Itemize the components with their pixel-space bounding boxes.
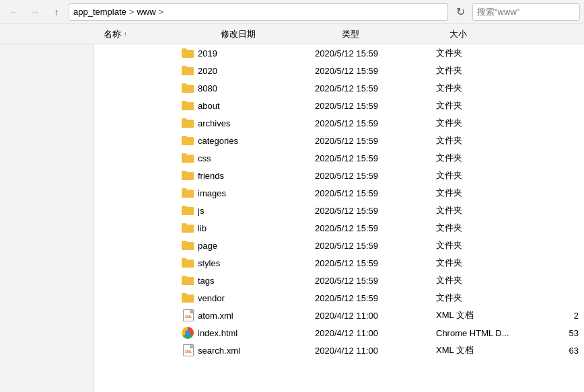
file-name: search.xml — [198, 346, 309, 356]
table-row[interactable]: XML search.xml2020/4/12 11:00XML 文档63 — [94, 342, 584, 359]
folder-icon — [182, 118, 194, 128]
file-date: 2020/5/12 15:59 — [309, 83, 431, 93]
file-date: 2020/5/12 15:59 — [309, 223, 431, 233]
file-date: 2020/5/12 15:59 — [309, 118, 431, 128]
file-type: Chrome HTML D... — [431, 328, 538, 338]
table-row[interactable]: index.html2020/4/12 11:00Chrome HTML D..… — [94, 324, 584, 342]
table-row[interactable]: 20192020/5/12 15:59文件夹 — [94, 44, 584, 62]
folder-icon — [182, 223, 194, 233]
file-date: 2020/5/12 15:59 — [309, 206, 431, 216]
table-row[interactable]: vendor2020/5/12 15:59文件夹 — [94, 289, 584, 307]
file-icon-cell: XML — [94, 309, 198, 321]
search-input[interactable] — [477, 7, 575, 17]
file-name: atom.xml — [198, 311, 309, 321]
folder-icon — [182, 171, 194, 180]
refresh-button[interactable]: ↻ — [451, 3, 470, 22]
file-date: 2020/4/12 11:00 — [309, 311, 431, 321]
table-row[interactable]: page2020/5/12 15:59文件夹 — [94, 237, 584, 254]
table-row[interactable]: about2020/5/12 15:59文件夹 — [94, 97, 584, 114]
folder-icon — [182, 206, 194, 215]
table-row[interactable]: styles2020/5/12 15:59文件夹 — [94, 254, 584, 272]
file-name: friends — [198, 171, 309, 181]
file-icon-cell — [94, 223, 198, 233]
file-date: 2020/5/12 15:59 — [309, 136, 431, 146]
file-type: 文件夹 — [431, 187, 538, 199]
file-name: page — [198, 241, 309, 251]
back-button[interactable]: ← — [4, 3, 23, 22]
file-list: 20192020/5/12 15:59文件夹20202020/5/12 15:5… — [94, 44, 584, 392]
column-headers: 名称 ↑ 修改日期 类型 大小 — [0, 24, 584, 44]
table-row[interactable]: css2020/5/12 15:59文件夹 — [94, 149, 584, 167]
sidebar — [0, 44, 94, 392]
file-icon-cell — [94, 241, 198, 250]
column-header-size[interactable]: 大小 — [444, 28, 584, 40]
file-size: 53 — [538, 328, 584, 338]
file-icon-cell — [94, 153, 198, 163]
file-type: XML 文档 — [431, 344, 538, 356]
file-name: categories — [198, 136, 309, 146]
column-header-type[interactable]: 类型 — [336, 28, 444, 40]
file-date: 2020/5/12 15:59 — [309, 276, 431, 286]
file-name: images — [198, 188, 309, 198]
search-box — [472, 3, 580, 21]
file-icon-cell — [94, 206, 198, 215]
file-size: 63 — [538, 346, 584, 356]
file-type: 文件夹 — [431, 204, 538, 217]
table-row[interactable]: lib2020/5/12 15:59文件夹 — [94, 219, 584, 237]
sort-arrow-icon: ↑ — [124, 30, 127, 38]
table-row[interactable]: categories2020/5/12 15:59文件夹 — [94, 132, 584, 149]
file-icon-cell — [94, 118, 198, 128]
breadcrumb-item-root[interactable]: app_template — [73, 7, 126, 17]
file-name: vendor — [198, 293, 309, 303]
file-type: 文件夹 — [431, 117, 538, 129]
table-row[interactable]: js2020/5/12 15:59文件夹 — [94, 202, 584, 219]
file-date: 2020/5/12 15:59 — [309, 153, 431, 163]
table-row[interactable]: archives2020/5/12 15:59文件夹 — [94, 114, 584, 132]
file-type: 文件夹 — [431, 222, 538, 234]
forward-button[interactable]: → — [26, 3, 44, 22]
folder-icon — [182, 293, 194, 303]
table-row[interactable]: tags2020/5/12 15:59文件夹 — [94, 272, 584, 289]
file-date: 2020/5/12 15:59 — [309, 258, 431, 268]
file-icon-cell — [94, 258, 198, 268]
folder-icon — [182, 83, 194, 93]
file-name: tags — [198, 276, 309, 286]
column-header-date[interactable]: 修改日期 — [215, 28, 336, 40]
table-row[interactable]: friends2020/5/12 15:59文件夹 — [94, 167, 584, 184]
file-type: 文件夹 — [431, 152, 538, 164]
file-date: 2020/5/12 15:59 — [309, 48, 431, 58]
file-date: 2020/5/12 15:59 — [309, 171, 431, 181]
up-button[interactable]: ↑ — [47, 3, 66, 22]
file-icon-cell — [94, 327, 198, 339]
file-name: js — [198, 206, 309, 216]
file-name: lib — [198, 223, 309, 233]
file-date: 2020/5/12 15:59 — [309, 293, 431, 303]
file-name: 2020 — [198, 66, 309, 76]
table-row[interactable]: 20202020/5/12 15:59文件夹 — [94, 62, 584, 79]
file-name: archives — [198, 118, 309, 128]
file-icon-cell — [94, 293, 198, 303]
file-date: 2020/5/12 15:59 — [309, 101, 431, 111]
file-name: 8080 — [198, 83, 309, 93]
file-name: index.html — [198, 328, 309, 338]
file-icon-cell — [94, 101, 198, 110]
file-date: 2020/4/12 11:00 — [309, 346, 431, 356]
main-content: 20192020/5/12 15:59文件夹20202020/5/12 15:5… — [0, 44, 584, 392]
explorer-window: ← → ↑ app_template > www > ↻ 名称 ↑ 修改日期 类… — [0, 0, 584, 392]
folder-icon — [182, 276, 194, 285]
folder-icon — [182, 48, 194, 58]
xml-icon: XML — [183, 344, 194, 356]
file-type: 文件夹 — [431, 274, 538, 286]
table-row[interactable]: images2020/5/12 15:59文件夹 — [94, 184, 584, 202]
column-header-name[interactable]: 名称 ↑ — [0, 28, 215, 40]
file-icon-cell — [94, 66, 198, 75]
file-type: 文件夹 — [431, 134, 538, 147]
xml-icon: XML — [183, 309, 194, 321]
file-type: 文件夹 — [431, 47, 538, 59]
table-row[interactable]: 80802020/5/12 15:59文件夹 — [94, 79, 584, 97]
table-row[interactable]: XML atom.xml2020/4/12 11:00XML 文档2 — [94, 307, 584, 324]
file-type: 文件夹 — [431, 65, 538, 77]
breadcrumb-item-www[interactable]: www — [137, 7, 155, 17]
file-icon-cell — [94, 136, 198, 145]
file-icon-cell — [94, 83, 198, 93]
